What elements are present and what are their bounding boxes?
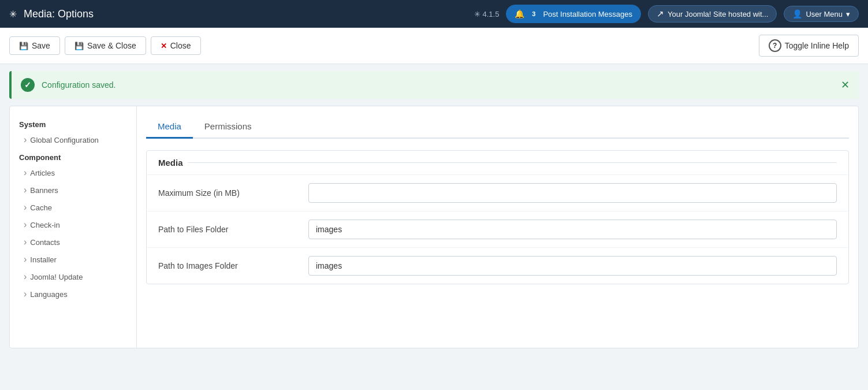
form-section-header: Media: [147, 151, 848, 174]
chevron-right-icon: [24, 237, 27, 247]
tabs: Media Permissions: [146, 116, 849, 139]
save-label: Save: [32, 41, 50, 50]
hosted-label: Your Joomla! Site hosted wit...: [668, 10, 768, 18]
user-icon: [792, 9, 802, 18]
sidebar-item-banners-label: Banners: [30, 186, 58, 195]
sidebar-item-banners[interactable]: Banners: [10, 181, 136, 199]
sidebar-item-articles[interactable]: Articles: [10, 164, 136, 181]
user-menu-button[interactable]: User Menu ▾: [784, 6, 859, 22]
sidebar-item-articles-label: Articles: [30, 169, 55, 177]
page-title: Media: Options: [24, 8, 94, 20]
user-menu-label: User Menu: [806, 10, 843, 18]
max-size-label: Maximum Size (in MB): [158, 188, 308, 198]
tab-media[interactable]: Media: [146, 116, 193, 139]
sidebar-item-check-in-label: Check-in: [30, 221, 59, 229]
chevron-down-icon: ▾: [846, 10, 850, 18]
sidebar-item-installer-label: Installer: [30, 255, 57, 264]
sidebar-item-global-configuration[interactable]: Global Configuration: [10, 131, 136, 148]
alert-close-button[interactable]: ✕: [841, 79, 850, 91]
hosted-button[interactable]: Your Joomla! Site hosted wit...: [648, 5, 777, 23]
files-folder-input[interactable]: [308, 220, 837, 239]
files-folder-label: Path to Files Folder: [158, 225, 308, 234]
max-size-input[interactable]: [308, 183, 837, 203]
section-divider: [188, 162, 837, 163]
media-form-section: Media Maximum Size (in MB) Path to Files…: [146, 150, 849, 284]
form-row-images-folder: Path to Images Folder: [147, 247, 848, 284]
chevron-right-icon: [24, 202, 27, 213]
success-icon: [21, 78, 35, 92]
content-area: Media Permissions Media Maximum Size (in…: [137, 106, 858, 348]
sidebar-item-languages-label: Languages: [30, 290, 67, 299]
close-icon: [161, 41, 167, 50]
chevron-right-icon: [24, 289, 27, 299]
close-button[interactable]: Close: [151, 36, 201, 55]
toggle-help-button[interactable]: Toggle Inline Help: [759, 35, 859, 57]
save-close-button[interactable]: Save & Close: [65, 36, 146, 55]
sidebar: System Global Configuration Component Ar…: [10, 106, 137, 348]
external-link-icon: [657, 9, 664, 19]
sidebar-section-system: System: [10, 116, 136, 131]
chevron-right-icon: [24, 135, 27, 145]
chevron-right-icon: [24, 185, 27, 195]
tab-permissions[interactable]: Permissions: [193, 116, 263, 139]
save-close-label: Save & Close: [87, 41, 136, 50]
chevron-right-icon: [24, 220, 27, 230]
sidebar-item-contacts-label: Contacts: [30, 238, 59, 247]
sidebar-item-cache[interactable]: Cache: [10, 199, 136, 216]
notification-badge: 3: [528, 8, 539, 20]
sidebar-item-contacts[interactable]: Contacts: [10, 233, 136, 251]
chevron-right-icon: [24, 254, 27, 265]
sidebar-item-installer[interactable]: Installer: [10, 251, 136, 268]
bell-icon: [515, 9, 524, 18]
chevron-right-icon: [24, 168, 27, 178]
sidebar-item-joomla-update-label: Joomla! Update: [30, 273, 83, 281]
sidebar-item-languages[interactable]: Languages: [10, 285, 136, 303]
post-installation-label: Post Installation Messages: [543, 10, 632, 18]
help-icon: [769, 39, 781, 52]
save-button[interactable]: Save: [9, 36, 60, 55]
sidebar-section-component: Component: [10, 148, 136, 164]
joomla-version-icon: ✳: [474, 10, 480, 18]
sidebar-item-global-config-label: Global Configuration: [30, 136, 99, 144]
form-row-files-folder: Path to Files Folder: [147, 211, 848, 247]
form-section-title: Media: [158, 158, 183, 168]
close-label: Close: [170, 41, 191, 50]
images-folder-input[interactable]: [308, 256, 837, 276]
save-icon: [19, 41, 28, 50]
sidebar-item-check-in[interactable]: Check-in: [10, 216, 136, 233]
joomla-logo-icon: [9, 9, 17, 20]
post-installation-button[interactable]: 3 Post Installation Messages: [506, 5, 641, 23]
toolbar: Save Save & Close Close Toggle Inline He…: [0, 28, 868, 64]
header: Media: Options ✳ 4.1.5 3 Post Installati…: [0, 0, 868, 28]
save-close-icon: [74, 41, 84, 50]
sidebar-item-joomla-update[interactable]: Joomla! Update: [10, 268, 136, 285]
alert-message: Configuration saved.: [42, 80, 834, 90]
sidebar-item-cache-label: Cache: [30, 203, 52, 212]
chevron-right-icon: [24, 272, 27, 282]
alert-banner: Configuration saved. ✕: [9, 71, 859, 99]
toggle-help-label: Toggle Inline Help: [785, 41, 849, 50]
images-folder-label: Path to Images Folder: [158, 261, 308, 270]
version-label: ✳ 4.1.5: [474, 10, 500, 18]
main-layout: System Global Configuration Component Ar…: [9, 106, 859, 348]
form-row-max-size: Maximum Size (in MB): [147, 174, 848, 211]
